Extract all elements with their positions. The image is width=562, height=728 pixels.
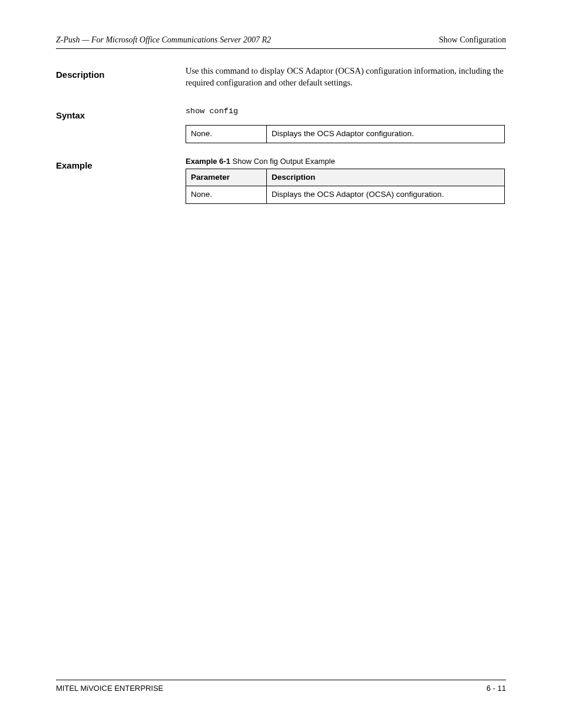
description-heading: Description [56, 69, 174, 81]
syntax-block: Syntax show config None. Displays the OC… [56, 106, 506, 146]
param-cell: None. [186, 186, 267, 203]
table-header-param: Parameter [186, 169, 267, 186]
page-content: Description Use this command to display … [56, 65, 506, 207]
syntax-params-table: None. Displays the OCS Adaptor configura… [186, 125, 505, 143]
syntax-heading: Syntax [56, 110, 174, 121]
table-row: None. Displays the OCS Adaptor configura… [186, 126, 505, 143]
footer-right: 6 - 11 [487, 684, 506, 693]
example-table: Parameter Description None. Displays the… [186, 169, 505, 203]
footer-left: MITEL MiVOICE ENTERPRISE [56, 684, 163, 693]
example-subtitle: Show Con fig Output Example [233, 157, 335, 166]
header-left: Z-Push — For Microsoft Office Communicat… [56, 35, 271, 45]
example-heading: Example [56, 160, 174, 172]
table-row: None. Displays the OCS Adaptor (OCSA) co… [186, 186, 505, 203]
description-text: Use this command to display OCS Adaptor … [186, 65, 505, 88]
example-title: Example 6-1 Show Con fig Output Example [186, 156, 505, 167]
desc-cell: Displays the OCS Adaptor (OCSA) configur… [267, 186, 505, 203]
table-header-row: Parameter Description [186, 169, 505, 186]
example-block: Example Example 6-1 Show Con fig Output … [56, 156, 506, 207]
example-title-bold: Example 6-1 [186, 157, 230, 166]
table-header-desc: Description [267, 169, 505, 186]
page-footer: MITEL MiVOICE ENTERPRISE 6 - 11 [56, 680, 506, 693]
desc-cell: Displays the OCS Adaptor configuration. [267, 126, 505, 143]
page-container: Z-Push — For Microsoft Office Communicat… [56, 35, 506, 693]
header-right: Show Configuration [439, 35, 506, 45]
description-block: Description Use this command to display … [56, 65, 506, 97]
page-header: Z-Push — For Microsoft Office Communicat… [56, 35, 506, 49]
param-cell: None. [186, 126, 267, 143]
syntax-code: show config [186, 106, 505, 117]
